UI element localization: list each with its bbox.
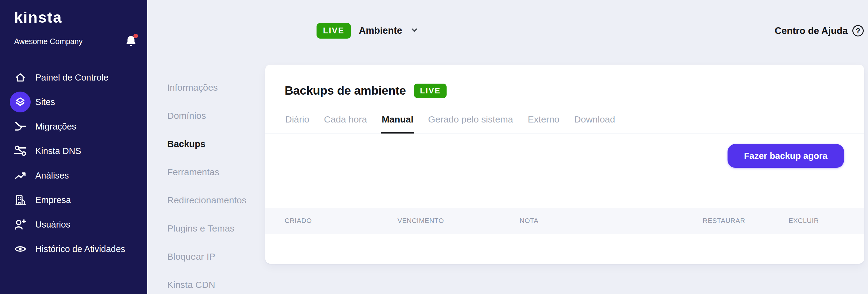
site-subnav: Informações Domínios Backups Ferramentas… bbox=[167, 73, 259, 294]
sidebar-item-historico-de-atividades[interactable]: Histórico de Atividades bbox=[0, 237, 147, 261]
column-header-vencimento: VENCIMENTO bbox=[398, 217, 520, 225]
dns-nodes-icon bbox=[13, 144, 27, 158]
help-center-link[interactable]: Centro de Ajuda ? bbox=[775, 25, 864, 36]
backups-table-header: CRIADO VENCIMENTO NOTA RESTAURAR EXCLUIR bbox=[265, 208, 864, 234]
sidebar-item-painel-de-controle[interactable]: Painel de Controle bbox=[0, 65, 147, 90]
backup-toolbar: Fazer backup agora bbox=[265, 134, 864, 168]
primary-sidebar: kinsta Awesome Company bbox=[0, 0, 147, 294]
tab-gerado-pelo-sistema[interactable]: Gerado pelo sistema bbox=[428, 112, 514, 134]
sidebar-item-empresa[interactable]: Empresa bbox=[0, 188, 147, 212]
column-header-criado: CRIADO bbox=[285, 217, 398, 225]
tab-download[interactable]: Download bbox=[574, 112, 616, 134]
help-question-icon: ? bbox=[852, 25, 864, 36]
company-name: Awesome Company bbox=[14, 37, 83, 46]
card-header: Backups de ambiente LIVE bbox=[265, 65, 864, 98]
home-icon bbox=[13, 71, 27, 84]
sidebar-item-sites[interactable]: Sites bbox=[0, 90, 147, 114]
subnav-item-bloquear-ip[interactable]: Bloquear IP bbox=[167, 243, 259, 271]
sidebar-item-label: Histórico de Atividades bbox=[35, 244, 125, 254]
sidebar-item-label: Usuários bbox=[35, 220, 70, 230]
tab-externo[interactable]: Externo bbox=[527, 112, 560, 134]
tab-diario[interactable]: Diário bbox=[285, 112, 310, 134]
company-row: Awesome Company bbox=[14, 34, 138, 48]
backups-table-body bbox=[265, 234, 864, 260]
backups-card: Backups de ambiente LIVE Diário Cada hor… bbox=[265, 65, 864, 264]
column-header-restaurar: RESTAURAR bbox=[703, 217, 788, 225]
subnav-item-redirecionamentos[interactable]: Redirecionamentos bbox=[167, 186, 259, 214]
environment-switcher[interactable]: LIVE Ambiente bbox=[316, 23, 418, 38]
sidebar-item-label: Migrações bbox=[35, 121, 76, 132]
company-building-icon bbox=[13, 193, 27, 207]
backup-type-tabs: Diário Cada hora Manual Gerado pelo sist… bbox=[265, 112, 864, 134]
subnav-item-kinsta-cdn[interactable]: Kinsta CDN bbox=[167, 271, 259, 294]
sidebar-item-label: Análises bbox=[35, 171, 69, 181]
title-live-badge: LIVE bbox=[414, 84, 446, 98]
notification-dot bbox=[133, 34, 138, 38]
column-header-excluir: EXCLUIR bbox=[788, 217, 845, 225]
analytics-trend-icon bbox=[13, 169, 27, 182]
primary-nav: Painel de Controle Sites bbox=[0, 65, 147, 261]
eye-icon bbox=[13, 242, 27, 256]
mykinsta-app: kinsta Awesome Company bbox=[0, 0, 868, 294]
subnav-item-informacoes[interactable]: Informações bbox=[167, 73, 259, 102]
sidebar-item-kinsta-dns[interactable]: Kinsta DNS bbox=[0, 139, 147, 163]
sidebar-item-label: Painel de Controle bbox=[35, 73, 108, 83]
column-header-nota: NOTA bbox=[520, 217, 703, 225]
sidebar-item-label: Kinsta DNS bbox=[35, 146, 81, 156]
subnav-item-plugins-e-temas[interactable]: Plugins e Temas bbox=[167, 214, 259, 243]
tab-manual[interactable]: Manual bbox=[381, 112, 414, 134]
kinsta-logo: kinsta bbox=[14, 8, 62, 26]
page-title: Backups de ambiente bbox=[285, 83, 406, 98]
migrations-merge-icon bbox=[13, 120, 27, 133]
help-center-label: Centro de Ajuda bbox=[775, 26, 848, 36]
chevron-down-icon bbox=[410, 26, 418, 36]
sites-layers-icon bbox=[13, 95, 27, 109]
notification-bell-button[interactable] bbox=[124, 34, 138, 48]
create-backup-button[interactable]: Fazer backup agora bbox=[727, 144, 844, 168]
sidebar-item-label: Empresa bbox=[35, 195, 71, 205]
subnav-item-dominios[interactable]: Domínios bbox=[167, 102, 259, 130]
subnav-item-backups[interactable]: Backups bbox=[167, 130, 259, 158]
tab-cada-hora[interactable]: Cada hora bbox=[323, 112, 367, 134]
sidebar-item-label: Sites bbox=[35, 97, 55, 107]
sidebar-item-analises[interactable]: Análises bbox=[0, 163, 147, 188]
environment-live-badge: LIVE bbox=[316, 23, 351, 39]
sidebar-item-migracoes[interactable]: Migrações bbox=[0, 114, 147, 139]
bell-icon bbox=[125, 43, 137, 48]
sidebar-item-usuarios[interactable]: Usuários bbox=[0, 212, 147, 237]
subnav-item-ferramentas[interactable]: Ferramentas bbox=[167, 158, 259, 186]
user-plus-icon bbox=[13, 218, 27, 231]
environment-label: Ambiente bbox=[359, 25, 402, 36]
